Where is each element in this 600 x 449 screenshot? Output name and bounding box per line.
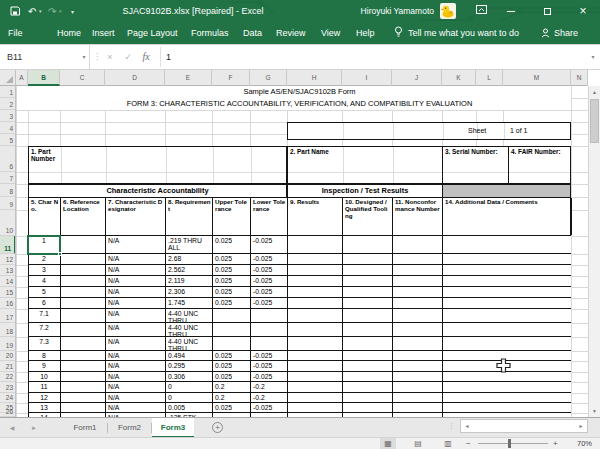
cell-ref[interactable] <box>61 393 106 402</box>
cell-tool[interactable] <box>343 372 393 381</box>
cell-res[interactable] <box>288 309 343 322</box>
share-button[interactable]: Share <box>554 22 578 44</box>
cell-req[interactable]: 0 <box>166 393 213 402</box>
fill-handle[interactable] <box>58 252 62 256</box>
cell-no[interactable]: 13 <box>29 403 61 412</box>
cell-tool[interactable] <box>343 403 393 412</box>
cell-des[interactable]: N/A <box>106 361 166 371</box>
cell-up[interactable] <box>213 337 251 350</box>
cell-add[interactable] <box>443 309 571 322</box>
cell-req[interactable]: 4-40 UNC THRU <box>166 323 213 336</box>
cell-add[interactable] <box>443 382 571 392</box>
column-header-J[interactable]: J <box>392 70 442 86</box>
cell-des[interactable]: N/A <box>106 265 166 275</box>
cell-no[interactable]: 11 <box>29 382 61 392</box>
cell-tool[interactable] <box>343 309 393 322</box>
row-header-22[interactable]: 22 <box>0 372 16 382</box>
cell-ref[interactable] <box>61 254 106 264</box>
maximize-button[interactable] <box>536 0 558 22</box>
cell-res[interactable] <box>288 287 343 297</box>
vertical-scrollbar-thumb[interactable] <box>590 99 599 143</box>
cell-nc[interactable] <box>393 298 443 308</box>
column-header-I[interactable]: I <box>342 70 392 86</box>
cell-nc[interactable] <box>393 403 443 412</box>
cell-add[interactable] <box>443 393 571 402</box>
cell-add[interactable] <box>443 254 571 264</box>
zoom-out-button[interactable]: − <box>466 438 471 449</box>
cell-des[interactable]: N/A <box>106 382 166 392</box>
cell-lo[interactable] <box>251 309 288 322</box>
cell-res[interactable] <box>288 254 343 264</box>
row-header-11[interactable]: 11 <box>0 236 16 254</box>
account-name[interactable]: Hiroyuki Yamamoto <box>346 0 434 22</box>
cell-ref[interactable] <box>61 287 106 297</box>
cell-lo[interactable] <box>251 337 288 350</box>
row-header-3[interactable]: 3 <box>0 110 16 122</box>
page-layout-view-icon[interactable]: ▤ <box>410 438 426 449</box>
ribbon-tab-formulas[interactable]: Formulas <box>191 22 229 44</box>
cell-no[interactable]: 4 <box>29 276 61 286</box>
cell-req[interactable]: 2.119 <box>166 276 213 286</box>
cell-no[interactable]: 2 <box>29 254 61 264</box>
cell-des[interactable]: N/A <box>106 337 166 350</box>
row-header-8[interactable]: 8 <box>0 184 16 197</box>
cell-up[interactable] <box>213 323 251 336</box>
name-box-dropdown-icon[interactable]: ▾ <box>78 45 90 69</box>
cell-up[interactable]: 0.025 <box>213 372 251 381</box>
row-header-20[interactable]: 20 <box>0 351 16 361</box>
cell-req[interactable]: 0.306 <box>166 372 213 381</box>
cell-req[interactable]: 0 <box>166 382 213 392</box>
cell-lo[interactable]: -0.2 <box>251 382 288 392</box>
cell-up[interactable]: 0.025 <box>213 276 251 286</box>
cell-req[interactable]: 0.494 <box>166 351 213 360</box>
cell-ref[interactable] <box>61 382 106 392</box>
cell-res[interactable] <box>288 236 343 253</box>
cell-ref[interactable] <box>61 337 106 350</box>
column-header-N[interactable]: N <box>571 70 588 86</box>
cell-tool[interactable] <box>343 236 393 253</box>
fair-number-box[interactable]: 4. FAIR Number: <box>508 146 571 184</box>
cell-des[interactable]: N/A <box>106 298 166 308</box>
cell-des[interactable]: N/A <box>106 323 166 336</box>
column-header-H[interactable]: H <box>287 70 342 86</box>
cell-nc[interactable] <box>393 254 443 264</box>
cell-req[interactable]: 0.295 <box>166 361 213 371</box>
column-header-M[interactable]: M <box>503 70 571 86</box>
cell-tool[interactable] <box>343 287 393 297</box>
cell-tool[interactable] <box>343 393 393 402</box>
row-header-19[interactable]: 19 <box>0 337 16 351</box>
ribbon-tab-review[interactable]: Review <box>276 22 306 44</box>
cell-res[interactable] <box>288 372 343 381</box>
cell-ref[interactable] <box>61 361 106 371</box>
row-header-23[interactable]: 23 <box>0 382 16 393</box>
lightbulb-icon[interactable] <box>394 22 403 44</box>
cell-tool[interactable] <box>343 351 393 360</box>
vertical-scrollbar[interactable]: ▲ ▼ <box>588 86 600 417</box>
insert-function-icon[interactable]: fx <box>138 45 154 69</box>
cell-lo[interactable]: -0.025 <box>251 403 288 412</box>
row-header-16[interactable]: 16 <box>0 298 16 309</box>
select-all-button[interactable] <box>0 70 16 86</box>
cell-ref[interactable] <box>61 276 106 286</box>
zoom-in-button[interactable]: + <box>553 438 558 449</box>
cell-res[interactable] <box>288 351 343 360</box>
cell-res[interactable] <box>288 382 343 392</box>
cell-tool[interactable] <box>343 361 393 371</box>
cell-des[interactable]: N/A <box>106 393 166 402</box>
ribbon-tab-page-layout[interactable]: Page Layout <box>127 22 178 44</box>
cell-lo[interactable]: -0.025 <box>251 351 288 360</box>
column-header-G[interactable]: G <box>250 70 287 86</box>
cell-ref[interactable] <box>61 351 106 360</box>
cell-up[interactable]: 0.025 <box>213 298 251 308</box>
cell-lo[interactable]: -0.025 <box>251 298 288 308</box>
cell-lo[interactable]: -0.025 <box>251 361 288 371</box>
cell-up[interactable]: 0.025 <box>213 351 251 360</box>
column-header-E[interactable]: E <box>165 70 212 86</box>
scroll-down-icon[interactable]: ▼ <box>589 405 600 417</box>
part-name-box[interactable]: 2. Part Name <box>287 146 443 184</box>
cell-des[interactable]: N/A <box>106 276 166 286</box>
row-header-15[interactable]: 15 <box>0 287 16 298</box>
cell-lo[interactable]: -0.025 <box>251 236 288 253</box>
cell-lo[interactable]: -0.025 <box>251 372 288 381</box>
cell-tool[interactable] <box>343 254 393 264</box>
